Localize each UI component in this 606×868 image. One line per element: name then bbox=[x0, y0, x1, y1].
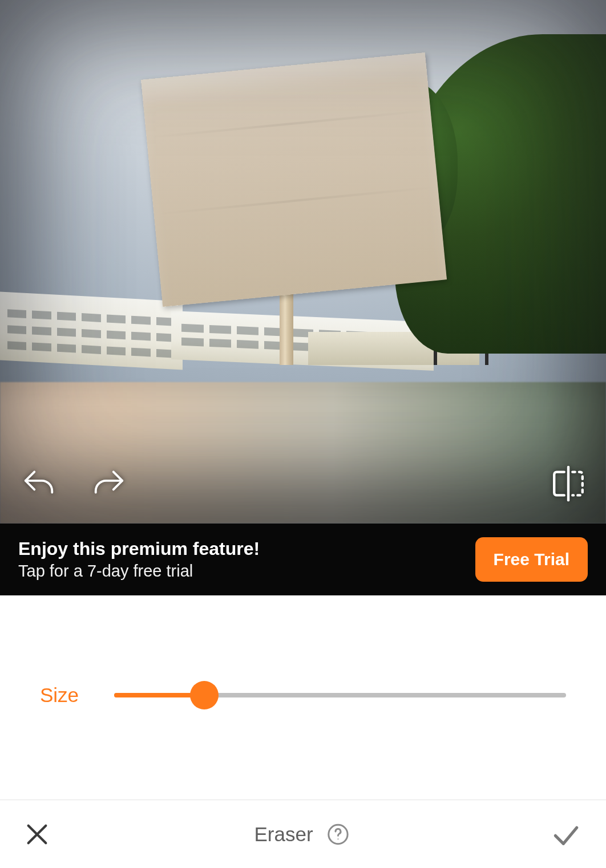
tool-title-group: Eraser bbox=[254, 821, 352, 848]
size-slider-label: Size bbox=[40, 684, 91, 707]
edited-photo bbox=[0, 0, 606, 524]
close-icon bbox=[24, 821, 50, 847]
svg-point-4 bbox=[338, 838, 339, 839]
tool-name: Eraser bbox=[254, 823, 313, 846]
banner-text: Enjoy this premium feature! Tap for a 7-… bbox=[18, 538, 260, 581]
banner-subtitle: Tap for a 7-day free trial bbox=[18, 562, 260, 581]
size-slider-row: Size bbox=[0, 595, 606, 709]
redo-button[interactable] bbox=[88, 464, 130, 505]
mirror-compare-icon bbox=[548, 464, 588, 506]
size-slider[interactable] bbox=[114, 681, 566, 709]
free-trial-button[interactable]: Free Trial bbox=[475, 537, 588, 582]
compare-button[interactable] bbox=[548, 464, 589, 505]
undo-icon bbox=[21, 466, 56, 504]
editor-canvas[interactable] bbox=[0, 0, 606, 524]
redo-icon bbox=[91, 466, 127, 504]
cancel-button[interactable] bbox=[22, 819, 52, 850]
tool-panel: Size Eraser bbox=[0, 595, 606, 868]
undo-button[interactable] bbox=[18, 464, 59, 505]
help-button[interactable] bbox=[325, 821, 352, 848]
help-icon bbox=[327, 823, 350, 846]
app-root: Enjoy this premium feature! Tap for a 7-… bbox=[0, 0, 606, 868]
photo-signboard bbox=[141, 52, 447, 307]
apply-button[interactable] bbox=[548, 816, 584, 853]
slider-thumb[interactable] bbox=[190, 681, 219, 709]
check-icon bbox=[550, 818, 582, 850]
bottom-bar: Eraser bbox=[0, 800, 606, 868]
premium-banner[interactable]: Enjoy this premium feature! Tap for a 7-… bbox=[0, 524, 606, 595]
banner-title: Enjoy this premium feature! bbox=[18, 538, 260, 559]
